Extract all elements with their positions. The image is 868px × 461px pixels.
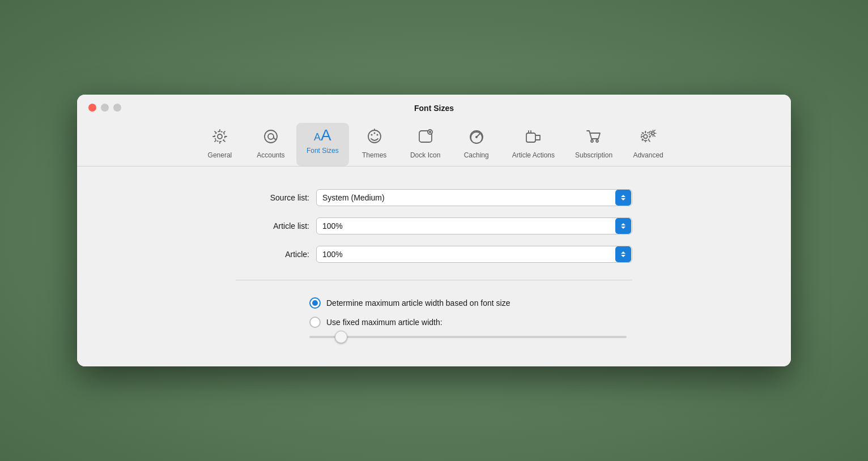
radio-label-2: Use fixed maximum article width:: [326, 318, 442, 327]
source-list-select[interactable]: System (Medium) System (Small) System (L…: [316, 189, 632, 206]
article-list-label: Article list:: [236, 221, 309, 231]
tab-caching[interactable]: Caching: [451, 123, 502, 166]
radio-label-1: Determine maximum article width based on…: [326, 298, 510, 308]
slider-container: [309, 336, 627, 338]
desktop-background: Font Sizes General: [0, 0, 868, 461]
source-list-select-wrapper: System (Medium) System (Small) System (L…: [316, 189, 632, 206]
cart-icon: [585, 127, 603, 148]
content-area: Source list: System (Medium) System (Sma…: [77, 167, 791, 366]
tab-themes[interactable]: Themes: [349, 123, 400, 166]
advanced-gear-icon: [639, 127, 657, 148]
radio-button-1[interactable]: [309, 297, 321, 309]
toolbar: General Accounts AA: [77, 118, 791, 167]
dock-icon-icon: [416, 127, 435, 148]
tab-article-actions[interactable]: Article Actions: [502, 123, 565, 166]
article-row: Article: 100% 75% 90% 110% 125% 150%: [236, 246, 632, 263]
aa-icon: AA: [314, 127, 331, 143]
slider-track: [309, 336, 627, 338]
source-list-row: Source list: System (Medium) System (Sma…: [236, 189, 632, 206]
section-divider: [236, 280, 632, 280]
svg-point-15: [591, 140, 593, 142]
gear-icon: [211, 127, 229, 148]
titlebar: Font Sizes: [77, 95, 791, 118]
window-title: Font Sizes: [414, 104, 454, 119]
svg-point-10: [429, 131, 431, 133]
svg-point-17: [644, 135, 648, 139]
radio-section: Determine maximum article width based on…: [236, 297, 632, 336]
tab-article-actions-label: Article Actions: [512, 151, 555, 159]
tab-dock-icon-label: Dock Icon: [410, 151, 440, 159]
article-select[interactable]: 100% 75% 90% 110% 125% 150%: [316, 246, 632, 263]
svg-point-2: [268, 134, 274, 139]
plugin-icon: [524, 127, 542, 148]
form-section: Source list: System (Medium) System (Sma…: [236, 189, 632, 274]
svg-point-7: [376, 134, 378, 136]
speedometer-icon: [467, 127, 486, 148]
article-label: Article:: [236, 250, 309, 259]
slider-thumb[interactable]: [335, 331, 347, 343]
svg-rect-14: [526, 133, 535, 142]
palette-icon: [365, 127, 384, 148]
article-select-wrapper: 100% 75% 90% 110% 125% 150%: [316, 246, 632, 263]
tab-general-label: General: [208, 151, 232, 159]
svg-point-16: [596, 140, 598, 142]
article-list-select-wrapper: 100% 75% 90% 110% 125% 150%: [316, 217, 632, 234]
tab-accounts[interactable]: Accounts: [245, 123, 296, 166]
tab-font-sizes[interactable]: AA Font Sizes: [296, 123, 349, 166]
tab-general[interactable]: General: [194, 123, 245, 166]
svg-point-3: [265, 130, 277, 143]
slider-row: [236, 336, 632, 338]
svg-point-0: [218, 134, 222, 139]
at-icon: [262, 127, 280, 148]
article-list-select[interactable]: 100% 75% 90% 110% 125% 150%: [316, 217, 632, 234]
preferences-window: Font Sizes General: [77, 95, 791, 366]
tab-caching-label: Caching: [464, 151, 489, 159]
tab-font-sizes-label: Font Sizes: [307, 147, 339, 155]
article-list-row: Article list: 100% 75% 90% 110% 125% 150…: [236, 217, 632, 234]
radio-button-2[interactable]: [309, 317, 321, 328]
close-button[interactable]: [88, 104, 96, 112]
maximize-button[interactable]: [113, 104, 121, 112]
tab-subscription[interactable]: Subscription: [565, 123, 623, 166]
tab-subscription-label: Subscription: [575, 151, 612, 159]
svg-point-5: [371, 134, 372, 136]
tab-themes-label: Themes: [362, 151, 386, 159]
svg-point-13: [475, 136, 478, 138]
tab-advanced[interactable]: Advanced: [623, 123, 674, 166]
radio-row-2: Use fixed maximum article width:: [309, 317, 632, 328]
tab-accounts-label: Accounts: [257, 151, 284, 159]
source-list-label: Source list:: [236, 193, 309, 202]
svg-point-6: [373, 133, 375, 134]
minimize-button[interactable]: [101, 104, 109, 112]
tab-advanced-label: Advanced: [633, 151, 663, 159]
radio-row-1: Determine maximum article width based on…: [309, 297, 632, 309]
tab-dock-icon[interactable]: Dock Icon: [400, 123, 451, 166]
